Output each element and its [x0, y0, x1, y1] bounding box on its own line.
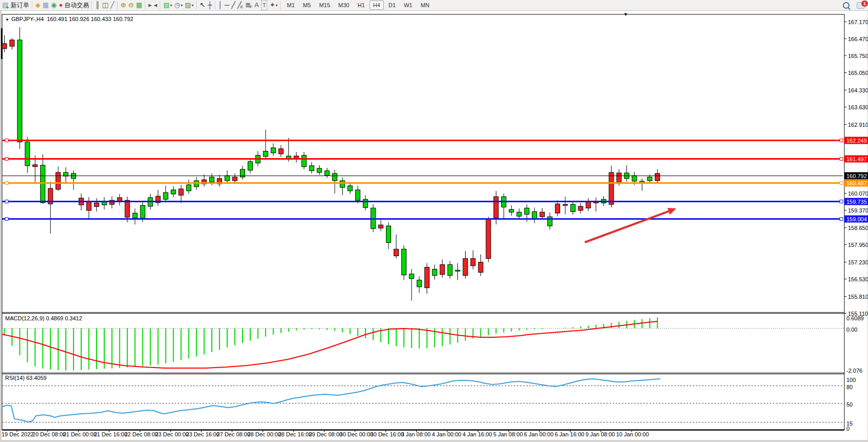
candle-body — [340, 181, 345, 187]
candle-body — [271, 148, 275, 153]
time-axis-label: 3 Jan 08:00 — [401, 431, 431, 437]
ohlc-values: 160.491 160.926 160.433 160.792 — [47, 16, 133, 22]
candle-body — [117, 198, 122, 201]
candle-body — [586, 202, 590, 208]
price-axis-label: 167.170 — [848, 19, 868, 25]
time-axis-label: 21 Dec 16:00 — [94, 431, 127, 437]
candle-body — [225, 176, 230, 181]
candle-body — [417, 280, 421, 287]
price-level-label: 160.487 — [846, 180, 867, 186]
candle-body — [517, 212, 522, 216]
time-axis-label: 6 Jan 00:00 — [524, 431, 554, 437]
candle-body — [248, 162, 252, 170]
candle-body — [279, 149, 283, 154]
price-axis-label: 157.950 — [848, 242, 868, 248]
rsi-scale-label: 80 — [846, 384, 853, 390]
line-handle[interactable] — [840, 182, 843, 185]
price-axis-label: 165.050 — [848, 70, 868, 76]
price-level-label: 159.735 — [846, 199, 867, 205]
candle-body — [179, 189, 183, 195]
line-handle[interactable] — [840, 158, 843, 161]
candle-body — [478, 262, 483, 273]
rsi-scale-label: 50 — [846, 401, 853, 408]
time-axis-label: 21 Dec 00:00 — [63, 431, 97, 437]
candle-body — [163, 193, 168, 199]
candle-body — [348, 186, 353, 191]
line-handle[interactable] — [5, 139, 8, 142]
rsi-scale-label: 100 — [846, 377, 856, 383]
time-axis-label: 4 Jan 16:00 — [463, 431, 492, 437]
time-axis-label: 29 Dec 08:00 — [309, 431, 342, 437]
time-axis-label: 20 Dec 08:00 — [32, 431, 66, 437]
macd-scale-label: 0.6089 — [846, 315, 864, 321]
line-handle[interactable] — [5, 182, 8, 185]
candle-body — [471, 259, 475, 266]
chart-shift-marker-icon[interactable]: ▼ — [623, 12, 628, 17]
macd-indicator-label: MACD(12,26,9) 0.4869 0.3412 — [5, 315, 82, 321]
candle-body — [133, 213, 137, 218]
candle-body — [379, 225, 383, 228]
candle-body — [648, 177, 652, 181]
candle-body — [440, 264, 445, 274]
candle-body — [10, 40, 14, 46]
time-axis-label: 5 Jan 08:00 — [493, 431, 523, 437]
candle-body — [525, 208, 529, 214]
candle-body — [25, 142, 30, 166]
price-chart-canvas[interactable]: 167.170166.470165.750165.050164.330163.6… — [0, 0, 868, 442]
candle-body — [86, 201, 91, 210]
time-axis-label: 22 Dec 08:00 — [124, 431, 158, 437]
price-axis-label: 155.810 — [848, 294, 868, 300]
candle-body — [94, 203, 99, 206]
price-axis-label: 164.330 — [848, 87, 868, 93]
price-axis-label: 163.630 — [848, 104, 868, 110]
price-axis-label: 156.530 — [848, 276, 868, 282]
price-axis-label: 158.650 — [848, 225, 868, 231]
candle-body — [333, 174, 337, 181]
time-axis-label: 30 Dec 00:00 — [340, 431, 373, 437]
candle-body — [302, 156, 306, 167]
candle-body — [494, 197, 498, 218]
candle-body — [33, 165, 38, 167]
candle-body — [286, 156, 291, 159]
candle-body — [432, 269, 437, 275]
line-handle[interactable] — [840, 218, 843, 221]
candle-body — [409, 274, 414, 279]
candle-body — [233, 177, 237, 181]
line-handle[interactable] — [840, 139, 843, 142]
candle-body — [455, 270, 460, 271]
macd-scale-label: -2.076 — [846, 368, 862, 374]
candle-body — [56, 172, 61, 189]
time-axis-label: 9 Jan 08:00 — [585, 431, 615, 437]
chart-plot-frame — [2, 14, 844, 430]
collapse-icon[interactable]: ▼ — [5, 17, 9, 22]
price-axis-label: 165.750 — [848, 53, 868, 59]
time-axis-label: 19 Dec 2022 — [2, 431, 33, 437]
line-handle[interactable] — [5, 218, 8, 221]
candle-body — [509, 209, 514, 212]
candle-body — [563, 204, 567, 205]
candle-body — [41, 165, 45, 203]
candle-body — [125, 200, 130, 217]
candle-body — [140, 205, 145, 218]
candle-body — [655, 174, 660, 181]
candle-body — [210, 177, 214, 182]
line-handle[interactable] — [5, 200, 8, 203]
time-axis-label: 6 Jan 16:00 — [555, 431, 584, 437]
candle-body — [486, 219, 491, 258]
macd-scale-label: 0.00 — [846, 326, 857, 333]
candle-body — [555, 204, 560, 213]
line-handle[interactable] — [840, 200, 843, 203]
price-axis-label: 166.470 — [848, 36, 868, 42]
rsi-scale-label: 0 — [846, 426, 849, 432]
candle-body — [609, 172, 614, 204]
chart-symbol-title: ▼GBPJPY-,H4 160.491 160.926 160.433 160.… — [5, 16, 133, 22]
candle-body — [325, 171, 329, 176]
price-axis-label: 159.370 — [848, 207, 868, 214]
line-handle[interactable] — [5, 158, 8, 161]
candle-body — [187, 185, 191, 191]
time-axis-label: 28 Dec 00:00 — [247, 431, 281, 437]
time-axis-label: 27 Dec 08:00 — [217, 431, 250, 437]
price-level-label: 162.249 — [846, 138, 867, 144]
candle-body — [309, 166, 314, 171]
price-level-label: 160.792 — [846, 173, 867, 179]
